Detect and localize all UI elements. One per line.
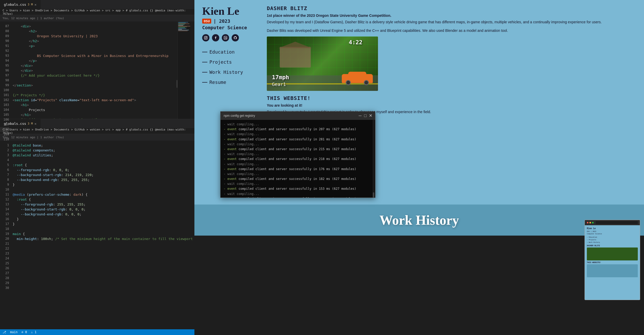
nav-resume-label: Resume [209, 79, 226, 85]
svg-point-1 [205, 37, 207, 39]
status-warnings: ⚠ 1 [31, 330, 37, 334]
bottom-code-editor: globals.css 3 M × C > Users > kien > One… [0, 119, 194, 242]
terminal-title: npm config get registry [224, 114, 255, 118]
nav-work-history-label: Work History [209, 69, 243, 75]
mini-website-img [587, 264, 638, 277]
mini-max-dot [592, 222, 594, 223]
status-branch-label: main [10, 330, 18, 334]
car-shape [342, 71, 373, 86]
roof-shape [278, 42, 312, 48]
project1-desc1: 1st place winner of the 2023 Oregon Stat… [267, 13, 636, 18]
nav-dash-work-history [202, 72, 207, 72]
mini-nav-projects: — Projects [587, 239, 638, 241]
instagram-icon[interactable] [202, 34, 209, 41]
status-errors: ⊘ 0 [21, 330, 27, 334]
nav-education-label: Education [209, 49, 235, 55]
term-line-10: - event compiled client and server succe… [224, 167, 372, 172]
portfolio-name: Kien Le [202, 5, 259, 17]
terminal-titlebar: npm config get registry ─ □ ✕ [221, 112, 375, 120]
term-line-1: - wait compiling... [224, 122, 372, 127]
term-line-16: - event compiled client and server succe… [224, 196, 372, 198]
mini-nav-education: — Education [587, 236, 638, 238]
terminal-scrollbar-thumb [373, 192, 374, 198]
project1-desc2: Developed by my team and I (Dataflow Gam… [267, 19, 636, 25]
term-line-2: - event compiled client and server succe… [224, 127, 372, 132]
github-icon[interactable] [232, 34, 239, 41]
breadcrumb: C > Users > kien > OneDrive > Documents … [3, 9, 192, 16]
term-line-15: - wait compiling... [224, 192, 372, 196]
mini-nav-work: — Work History [587, 241, 638, 243]
terminal-maximize-button[interactable]: □ [364, 114, 367, 117]
project1-image: 4:22 17mph Gear1 [267, 37, 378, 91]
project1-section: DASHER BLITZ 1st place winner of the 202… [267, 5, 636, 91]
mini-project1: DASHER BLITZ [587, 245, 638, 247]
bottom-breadcrumb: C > Users > kien > OneDrive > Documents … [0, 128, 194, 134]
mini-name: Kien Le [587, 227, 638, 230]
term-line-9: - wait compiling... [224, 162, 372, 167]
nav-work-history[interactable]: Work History [202, 69, 259, 75]
mini-degree-small: Computer Science [587, 233, 638, 235]
project1-title: DASHER BLITZ [267, 5, 636, 11]
mini-project2: THIS WEBSITE! [587, 261, 638, 264]
nav-resume[interactable]: Resume [202, 79, 259, 85]
bottom-git-bar: You, 12 minutes ago | 1 author (You) [0, 134, 194, 141]
game-gear: Gear1 [272, 82, 286, 87]
term-line-11: - wait compiling... [224, 172, 372, 177]
mini-game-img [587, 247, 638, 260]
line-numbers: 8788899091 9293949596 979899100101 10210… [0, 22, 12, 119]
git-info-bar: You, 12 minutes ago | 1 author (You) [0, 15, 194, 22]
facebook-icon[interactable]: f [212, 34, 219, 41]
portfolio-year: | 2023 [213, 18, 230, 24]
nav-dash-projects [202, 62, 207, 62]
project2-desc1: You are looking at it! [267, 103, 636, 108]
status-branch-icon: ⎇ [3, 330, 6, 334]
terminal-scrollbar[interactable] [373, 120, 375, 198]
tab-filename: globals.css [4, 3, 26, 6]
editor-tabs-bar: globals.css 3 M × [0, 0, 194, 9]
term-line-14: - event compiled client and server succe… [224, 186, 372, 191]
nav-projects-label: Projects [209, 59, 232, 65]
linkedin-icon[interactable] [222, 34, 229, 41]
terminal-minimize-button[interactable]: ─ [359, 114, 362, 117]
social-icons-row: f [202, 34, 259, 41]
term-line-4: - event compiled client and server succe… [224, 137, 372, 142]
mini-min-dot [589, 222, 591, 223]
editor-minimap [177, 22, 190, 119]
nav-projects[interactable]: Projects [202, 59, 259, 65]
game-speed: 17mph [272, 74, 289, 81]
mini-website-preview: Kien Le OSU | 2023 Computer Science — Ed… [585, 220, 640, 300]
editor-panel: globals.css 3 M × C > Users > kien > One… [0, 0, 194, 335]
game-timer: 4:22 [349, 39, 362, 46]
npm-terminal-window[interactable]: npm config get registry ─ □ ✕ - wait com… [220, 111, 375, 198]
tab-globals-css[interactable]: globals.css 3 M × [0, 0, 41, 9]
bottom-editor-tabs: globals.css 3 M × [0, 119, 194, 128]
term-line-7: - wait compiling... [224, 152, 372, 157]
nav-dash-resume [202, 82, 207, 83]
building-shape [280, 47, 311, 68]
term-line-6: - event compiled client and server succe… [224, 147, 372, 152]
git-author: You, 12 minutes ago | 1 author (You) [3, 17, 64, 20]
car-wheel-right [364, 80, 369, 85]
mini-close-dot [587, 222, 588, 223]
term-line-8: - event compiled client and server succe… [224, 157, 372, 162]
nav-education[interactable]: Education [202, 49, 259, 55]
portfolio-osu-row: OSU | 2023 [202, 18, 259, 24]
bottom-line-numbers: 12345 678910 1112131415 1617181920 21222… [0, 141, 12, 242]
tab-close-button[interactable]: × [34, 3, 36, 7]
term-line-5: - wait compiling... [224, 142, 372, 147]
work-history-section: Work History [194, 205, 644, 236]
terminal-close-button[interactable]: ✕ [369, 114, 372, 117]
nav-links: Education Projects Work History Resume [202, 49, 259, 85]
bottom-tab-close[interactable]: × [34, 122, 36, 126]
bottom-code-area[interactable]: 12345 678910 1112131415 1617181920 21222… [0, 141, 194, 242]
term-line-3: - wait compiling... [224, 132, 372, 137]
tab-modified: 3 M [28, 3, 33, 6]
osu-badge: OSU [202, 19, 211, 24]
code-editor[interactable]: 8788899091 9293949596 979899100101 10210… [0, 22, 194, 119]
project2-title: THIS WEBSITE! [267, 95, 636, 101]
svg-point-2 [206, 37, 207, 37]
code-content: <div> <h2> Oregon State University | 202… [12, 22, 194, 119]
work-history-title: Work History [380, 213, 459, 228]
game-screenshot: 4:22 17mph Gear1 [267, 37, 378, 91]
nav-dash-education [202, 52, 207, 52]
